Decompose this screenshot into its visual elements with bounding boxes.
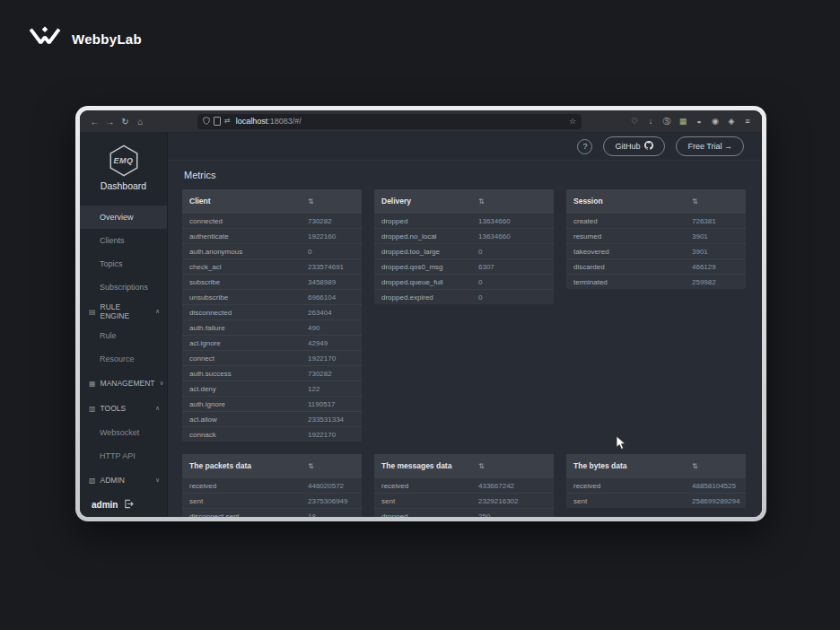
- forward-icon[interactable]: →: [102, 117, 118, 127]
- shield-badge-icon[interactable]: ◈: [726, 118, 737, 126]
- metric-value: 730282: [308, 370, 362, 378]
- table-title: The packets data: [182, 461, 308, 470]
- logout-icon[interactable]: [124, 499, 134, 511]
- address-bar[interactable]: ⇄ localhost:18083/#/ ☆: [197, 114, 582, 129]
- url-text[interactable]: localhost:18083/#/: [236, 117, 302, 126]
- metric-name: disconnect.sent: [182, 512, 308, 518]
- metric-value: 122: [308, 385, 362, 393]
- sort-icon[interactable]: ⇅: [478, 462, 554, 470]
- product-title: Dashboard: [80, 180, 167, 191]
- metric-value: 730282: [308, 217, 362, 225]
- metric-name: terminated: [566, 278, 692, 286]
- table-row: received433667242: [374, 477, 554, 493]
- metric-value: 42949: [308, 339, 362, 347]
- back-icon[interactable]: ←: [87, 117, 102, 127]
- sidebar-item-admin[interactable]: ▧ADMIN∨: [80, 468, 167, 493]
- table-title: Session: [566, 197, 692, 206]
- sidebar-item-overview[interactable]: Overview: [80, 206, 167, 229]
- sidebar-item-rule[interactable]: Rule: [80, 324, 167, 347]
- sidebar-item-subscriptions[interactable]: Subscriptions: [80, 276, 167, 299]
- metric-value: 0: [478, 248, 554, 256]
- menu-icon[interactable]: ≡: [742, 118, 753, 126]
- metric-value: 233531334: [308, 416, 362, 424]
- free-trial-button[interactable]: Free Trial →: [676, 136, 744, 156]
- mask-icon[interactable]: ◒: [694, 118, 704, 126]
- sidebar-item-websocket[interactable]: Websocket: [80, 421, 167, 444]
- sidebar-item-management[interactable]: ▦MANAGEMENT∨: [80, 371, 167, 396]
- page-info-icon[interactable]: [214, 117, 221, 126]
- sort-icon[interactable]: ⇅: [308, 462, 362, 470]
- metrics-tables-grid: Client⇅connected730282authenticate192216…: [182, 189, 748, 517]
- table-row: subscribe3458989: [182, 274, 362, 289]
- chevron-down-icon: ∨: [159, 380, 163, 387]
- sidebar-section-label: RULE ENGINE: [101, 302, 151, 320]
- table-row: dropped.queue_full0: [374, 274, 554, 289]
- sidebar-item-clients[interactable]: Clients: [80, 229, 167, 252]
- chevron-down-icon: ∨: [155, 477, 160, 484]
- swap-arrows-icon[interactable]: ⇄: [224, 118, 231, 125]
- sidebar-section-label: ADMIN: [101, 476, 125, 485]
- help-button[interactable]: ?: [577, 139, 592, 154]
- session-metrics-table: Session⇅created726381resumed3901takeover…: [566, 189, 746, 289]
- metric-name: dropped.qos0_msg: [374, 263, 478, 271]
- table-row: received48858104525: [566, 477, 746, 493]
- chevron-up-icon: ∧: [155, 405, 160, 412]
- table-row: check_acl233574691: [182, 258, 362, 274]
- profile-icon[interactable]: ◉: [710, 118, 721, 126]
- table-row: dropped250: [374, 508, 554, 517]
- metric-name: auth.anonymous: [182, 248, 308, 256]
- metric-value: 2375306949: [308, 497, 362, 505]
- sort-icon[interactable]: ⇅: [692, 197, 746, 206]
- grid-badge-icon[interactable]: ▦: [678, 118, 688, 126]
- table-row: connack1922170: [182, 426, 362, 442]
- metric-name: dropped.too_large: [374, 248, 478, 256]
- table-row: sent2375306949: [182, 493, 362, 508]
- sidebar-item-topics[interactable]: Topics: [80, 252, 167, 276]
- s-badge-icon[interactable]: Ⓢ: [661, 118, 672, 126]
- table-row: dropped.qos0_msg6307: [374, 258, 554, 274]
- metric-value: 6307: [478, 263, 554, 271]
- metric-value: 2329216302: [478, 497, 554, 505]
- browser-window-frame: ← → ↻ ⌂ ⇄ localhost:18083/#/ ☆ ♡↓Ⓢ▦◒◉◈≡: [75, 106, 766, 521]
- metric-name: acl.allow: [182, 416, 308, 424]
- url-path: :18083/#/: [267, 117, 302, 126]
- table-row: disconnected263404: [182, 304, 362, 319]
- pocket-icon[interactable]: ♡: [629, 118, 640, 126]
- bytes-metrics-table: The bytes data⇅received48858104525sent25…: [566, 454, 746, 508]
- reload-icon[interactable]: ↻: [118, 117, 133, 127]
- shield-icon[interactable]: [203, 117, 210, 127]
- sort-icon[interactable]: ⇅: [308, 197, 362, 206]
- home-icon[interactable]: ⌂: [133, 117, 148, 127]
- bookmark-star-icon[interactable]: ☆: [569, 117, 576, 126]
- metric-value: 1922160: [308, 232, 362, 241]
- username-label: admin: [92, 500, 118, 510]
- emq-logo-text: EMQ: [107, 144, 141, 178]
- main-area: ? GitHub Free Trial → Metrics: [168, 133, 762, 517]
- sidebar-item-rule-engine[interactable]: ▤RULE ENGINE∧: [80, 299, 167, 324]
- sidebar-item-tools[interactable]: ▥TOOLS∧: [80, 396, 167, 421]
- github-button[interactable]: GitHub: [603, 136, 665, 156]
- table-row: dropped.expired0: [374, 289, 554, 304]
- download-icon[interactable]: ↓: [645, 118, 656, 126]
- page-title: Metrics: [184, 170, 748, 180]
- rule-engine-icon: ▤: [89, 308, 96, 316]
- sidebar-item-http-api[interactable]: HTTP API: [80, 444, 167, 468]
- sidebar-item-resource[interactable]: Resource: [80, 347, 167, 371]
- metric-name: connack: [182, 431, 308, 439]
- metric-name: sent: [182, 497, 308, 505]
- webbylab-logo-icon: [27, 25, 63, 52]
- sort-icon[interactable]: ⇅: [478, 197, 554, 206]
- user-row[interactable]: admin: [80, 493, 167, 517]
- metric-value: 263404: [308, 309, 362, 317]
- table-row: sent258699289294: [566, 493, 746, 508]
- packets-metrics-table: The packets data⇅received446020572sent23…: [182, 454, 362, 517]
- table-row: authenticate1922160: [182, 228, 362, 243]
- metric-name: disconnected: [182, 309, 308, 317]
- table-row: received446020572: [182, 477, 362, 493]
- table-row: auth.anonymous0: [182, 243, 362, 258]
- admin-icon: ▧: [89, 477, 96, 485]
- metric-value: 490: [308, 324, 362, 332]
- metric-value: 0: [478, 278, 554, 286]
- sort-icon[interactable]: ⇅: [692, 462, 746, 470]
- chevron-up-icon: ∧: [155, 308, 160, 315]
